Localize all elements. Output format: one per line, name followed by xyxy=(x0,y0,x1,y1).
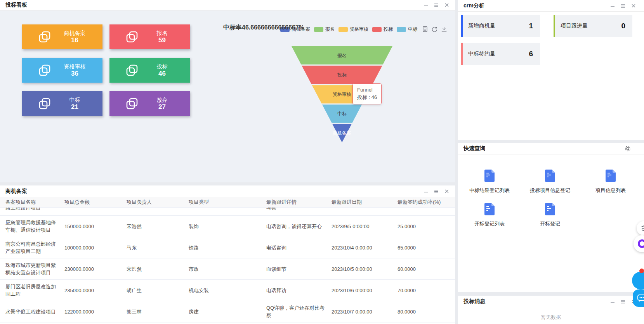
quick-query-label: 中标结果登记列表 xyxy=(460,187,519,194)
cell-type: 铁路 xyxy=(189,241,266,255)
minimize-button[interactable] xyxy=(610,3,615,9)
column-header: 最新签约成功率(%) xyxy=(398,199,450,206)
cell-amount: 122000.0000 xyxy=(64,305,127,319)
crm-card-label: 项目跟进量 xyxy=(561,23,588,29)
table-row[interactable]: 水景华庭工程建设项目 122000.0000 熊三林 房建 QQ详聊，客户还在对… xyxy=(0,301,455,322)
column-header: 最新跟进详情 xyxy=(266,199,332,206)
download-icon xyxy=(441,26,447,33)
cell-type: 房建 xyxy=(189,305,266,319)
crm-header: crm分析 xyxy=(458,0,644,12)
crm-cards: 新增商机量 1 项目跟进量 0 中标签约量 6 xyxy=(458,12,644,65)
legend-item[interactable]: 报名 xyxy=(314,26,335,33)
minimize-icon xyxy=(610,3,615,8)
cell-project-name: 南京公司南昌总部经济产业园项目二期 xyxy=(5,237,64,258)
funnel-segment-label: 报名 xyxy=(337,53,347,58)
menu-icon xyxy=(434,3,439,7)
legend-label: 投标 xyxy=(384,26,393,33)
registry-header: 商机备案 xyxy=(0,185,455,197)
cell-owner: 胡广生 xyxy=(127,284,189,297)
legend-swatch xyxy=(338,27,348,32)
quick-query-item[interactable]: 项目信息列表 xyxy=(582,169,640,194)
funnel-segment-label: 商机备案 xyxy=(333,130,351,136)
menu-button[interactable] xyxy=(620,299,626,304)
minimize-button[interactable] xyxy=(610,299,615,304)
data-view-button[interactable] xyxy=(422,26,428,34)
bidding-board-panel: 投标看板 商机备案 16 报名 59 xyxy=(0,0,455,182)
menu-button[interactable] xyxy=(620,3,626,9)
menu-icon xyxy=(621,3,625,8)
table-row[interactable]: 应急管理局救援基地停车棚、通信设计项目 150000.0000 宋浩然 装饰 电… xyxy=(0,216,455,237)
quick-query-item[interactable]: 投标项目信息登记 xyxy=(521,169,579,194)
quick-query-label: 开标登记 xyxy=(521,220,579,227)
gear-icon xyxy=(625,146,631,152)
chart-tooltip: Funnel 投标 : 46 xyxy=(352,83,382,104)
menu-icon xyxy=(621,299,625,304)
cell-amount: 235000.0000 xyxy=(64,284,127,297)
cell-project-name: 水景华庭工程建设项目 xyxy=(5,305,64,319)
minimize-button[interactable] xyxy=(423,189,429,194)
document-icon xyxy=(484,203,495,216)
crm-card-value: 0 xyxy=(621,22,625,30)
win-rate-title: 中标率46.66666666666667% xyxy=(223,24,304,32)
table-row[interactable]: 厦门区老旧房屋改造加固工程 235000.0000 胡广生 机电安装 电话拜访 … xyxy=(0,280,455,301)
table-row[interactable]: 南京公司南昌总部经济产业园项目二期 100000.0000 马东 铁路 电话咨询… xyxy=(0,237,455,258)
notification-dot xyxy=(639,269,644,273)
cell-amount: 230000.0000 xyxy=(64,262,127,276)
cell-project-name: 珠海市城市更新项目紫桐苑安置点设计项目 xyxy=(5,258,64,279)
cell-follow-date: 2023/10/5 0:00:00 xyxy=(332,262,398,276)
legend-label: 中标 xyxy=(408,26,417,33)
cell-project-name: 厦门区老旧房屋改造加固工程 xyxy=(5,280,64,301)
download-button[interactable] xyxy=(441,26,447,34)
minimize-icon xyxy=(424,3,428,7)
legend-item[interactable]: 资格审核 xyxy=(338,26,368,33)
cell-detail: 考察 xyxy=(266,208,332,211)
quick-query-item[interactable]: 中标结果登记列表 xyxy=(460,169,519,194)
minimize-icon xyxy=(610,299,615,304)
cell-owner: 宋浩然 xyxy=(127,262,189,276)
cell-owner: 马东 xyxy=(127,241,189,255)
quick-query-item[interactable]: 开标登记列表 xyxy=(460,203,519,227)
funnel-segment-label: 中标 xyxy=(337,111,347,116)
table-header-row: 备案项目名称项目总金额项目负责人项目类型最新跟进详情最新跟进日期最新签约成功率(… xyxy=(0,197,455,208)
legend-item[interactable]: 中标 xyxy=(397,26,417,33)
close-button[interactable] xyxy=(444,189,450,194)
funnel-chart[interactable]: 报名投标资格审核中标商机备案 xyxy=(0,10,455,182)
table-row-partial[interactable]: 路工程设计项目 考察 xyxy=(0,208,455,216)
cell-success-rate: 65.0000 xyxy=(398,241,450,255)
empty-state-text: 暂无数据 xyxy=(458,307,644,321)
cell-owner: 宋浩然 xyxy=(127,220,189,233)
cell-type: 装饰 xyxy=(189,220,266,233)
cell-amount: 100000.0000 xyxy=(64,241,127,255)
quick-query-label: 开标登记列表 xyxy=(460,220,519,227)
close-button[interactable] xyxy=(631,3,636,9)
crm-card-value: 1 xyxy=(529,22,533,30)
table-row[interactable]: 珠海市城市更新项目紫桐苑安置点设计项目 230000.0000 宋浩然 市政 面… xyxy=(0,258,455,280)
floating-chat-button[interactable] xyxy=(633,289,644,307)
settings-button[interactable] xyxy=(625,146,631,153)
quick-query-grid: 中标结果登记列表 投标项目信息登记 项目信息列表 开标登记列表 xyxy=(458,154,644,227)
funnel-segment-label: 资格审核 xyxy=(333,92,351,97)
legend-swatch xyxy=(372,27,382,32)
close-icon xyxy=(444,3,449,7)
column-header: 项目类型 xyxy=(189,199,266,206)
crm-analysis-panel: crm分析 新增商机量 1 项目跟进量 0 中标签约量 6 xyxy=(458,0,644,140)
quick-query-panel: 快速查询 中标结果登记列表 投标项目信息登记 xyxy=(458,143,644,292)
column-header: 备案项目名称 xyxy=(5,199,64,206)
cell-success-rate: 70.0000 xyxy=(398,284,450,297)
cell-follow-detail: 电话咨询 xyxy=(266,241,332,255)
cell-follow-date: 2023/10/6 0:00:00 xyxy=(332,284,398,297)
cell-project-name: 应急管理局救援基地停车棚、通信设计项目 xyxy=(5,216,64,237)
cell-name: 路工程设计项目 xyxy=(5,208,64,211)
menu-button[interactable] xyxy=(434,2,439,8)
cell-type: 机电安装 xyxy=(189,284,266,297)
legend-label: 报名 xyxy=(325,26,335,33)
refresh-button[interactable] xyxy=(431,26,438,34)
menu-button[interactable] xyxy=(434,189,439,194)
panel-title: crm分析 xyxy=(463,2,484,9)
minimize-button[interactable] xyxy=(423,2,429,8)
chat-icon xyxy=(637,293,644,303)
quick-query-item[interactable]: 开标登记 xyxy=(521,203,579,227)
legend-item[interactable]: 投标 xyxy=(372,26,393,33)
bidding-board-header: 投标看板 xyxy=(0,0,455,10)
close-button[interactable] xyxy=(444,2,450,8)
